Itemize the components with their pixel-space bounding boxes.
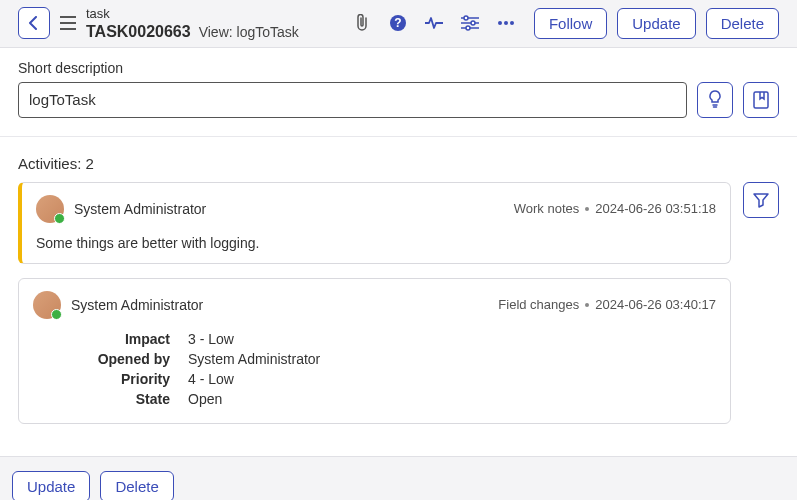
short-description-label: Short description — [18, 60, 779, 76]
field-value: 3 - Low — [188, 331, 234, 347]
help-icon[interactable]: ? — [388, 14, 408, 32]
field-label: Priority — [33, 371, 188, 387]
header-bar: task TASK0020663 View: logToTask ? Follo… — [0, 0, 797, 48]
suggestion-button[interactable] — [697, 82, 733, 118]
delete-button[interactable]: Delete — [706, 8, 779, 39]
separator-dot — [585, 207, 589, 211]
svg-point-3 — [471, 21, 475, 25]
separator-dot — [585, 303, 589, 307]
field-value: Open — [188, 391, 222, 407]
avatar — [36, 195, 64, 223]
svg-point-5 — [498, 21, 502, 25]
form-section: Short description — [0, 48, 797, 137]
svg-point-4 — [466, 26, 470, 30]
more-icon[interactable] — [496, 20, 516, 26]
svg-rect-8 — [754, 92, 768, 108]
update-button-footer[interactable]: Update — [12, 471, 90, 500]
settings-sliders-icon[interactable] — [460, 15, 480, 31]
view-name: logToTask — [237, 24, 299, 40]
funnel-icon — [753, 192, 769, 208]
chevron-left-icon — [28, 16, 40, 30]
activity-type: Work notes — [514, 201, 580, 216]
activity-author: System Administrator — [74, 201, 206, 217]
activity-pulse-icon[interactable] — [424, 16, 444, 30]
short-description-input[interactable] — [18, 82, 687, 118]
filter-activities-button[interactable] — [743, 182, 779, 218]
field-value: System Administrator — [188, 351, 320, 367]
activity-card: System Administrator Work notes 2024-06-… — [18, 182, 731, 264]
activity-time: 2024-06-26 03:51:18 — [595, 201, 716, 216]
activity-body: Some things are better with logging. — [36, 235, 716, 251]
record-type: task — [86, 6, 299, 22]
delete-button-footer[interactable]: Delete — [100, 471, 173, 500]
book-icon — [753, 91, 769, 109]
field-value: 4 - Low — [188, 371, 234, 387]
record-number: TASK0020663 — [86, 22, 191, 41]
attachment-icon[interactable] — [352, 14, 372, 32]
activity-time: 2024-06-26 03:40:17 — [595, 297, 716, 312]
activity-type: Field changes — [498, 297, 579, 312]
field-label: Opened by — [33, 351, 188, 367]
record-title: task TASK0020663 View: logToTask — [86, 6, 299, 41]
svg-point-2 — [464, 16, 468, 20]
activities-header: Activities: 2 — [18, 155, 779, 172]
view-label: View: — [199, 24, 233, 40]
svg-text:?: ? — [394, 16, 401, 30]
menu-icon[interactable] — [60, 16, 76, 30]
field-label: Impact — [33, 331, 188, 347]
activity-author: System Administrator — [71, 297, 203, 313]
svg-point-7 — [510, 21, 514, 25]
avatar — [33, 291, 61, 319]
related-search-button[interactable] — [743, 82, 779, 118]
activity-card: System Administrator Field changes 2024-… — [18, 278, 731, 424]
svg-point-6 — [504, 21, 508, 25]
footer-bar: Update Delete — [0, 456, 797, 500]
follow-button[interactable]: Follow — [534, 8, 607, 39]
field-changes: Impact3 - Low Opened bySystem Administra… — [33, 331, 716, 407]
back-button[interactable] — [18, 7, 50, 39]
update-button[interactable]: Update — [617, 8, 695, 39]
activities-section: Activities: 2 System Administrator Work … — [0, 137, 797, 456]
lightbulb-icon — [707, 90, 723, 110]
field-label: State — [33, 391, 188, 407]
header-icons: ? — [352, 14, 516, 32]
